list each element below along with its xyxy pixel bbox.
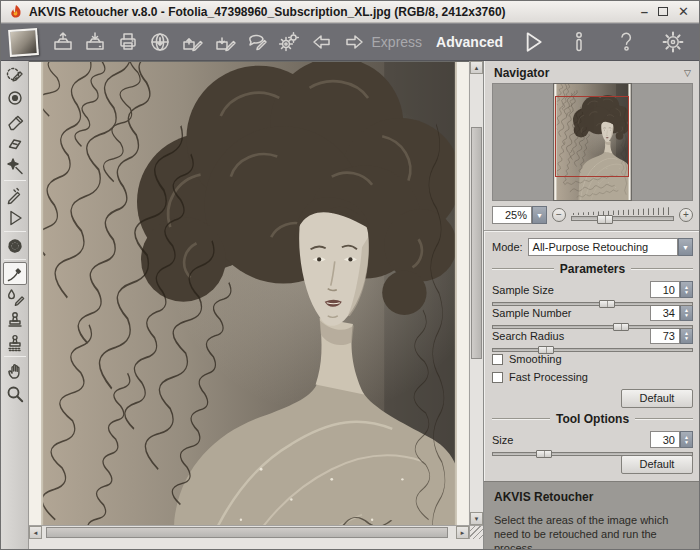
tool-size-value[interactable]: 30: [650, 431, 680, 448]
navigator-thumbnail[interactable]: [554, 84, 631, 200]
sample-size-spinner[interactable]: ▲▼: [680, 281, 693, 298]
vertical-scrollbar[interactable]: ▲ ▼: [469, 61, 483, 525]
app-window: AKVIS Retoucher v.8.0 - Fotolia_47398960…: [0, 0, 700, 550]
selection-bucket-tool[interactable]: [3, 86, 27, 109]
sample-size-value[interactable]: 10: [650, 281, 680, 298]
tool-size-slider-handle[interactable]: [536, 450, 552, 458]
batch-processing-button[interactable]: [275, 27, 304, 57]
window-title: AKVIS Retoucher v.8.0 - Fotolia_47398960…: [29, 5, 506, 19]
zoom-select[interactable]: 25% ▼: [492, 206, 547, 224]
run-button[interactable]: [517, 27, 547, 57]
tool-separator: [4, 356, 26, 357]
scroll-up-button[interactable]: ▲: [470, 61, 483, 74]
preferences-button[interactable]: [658, 27, 688, 57]
zoom-value[interactable]: 25%: [492, 206, 532, 224]
hand-tool[interactable]: [3, 359, 27, 382]
zoom-dropdown-button[interactable]: ▼: [532, 206, 547, 224]
hints-panel: AKVIS Retoucher Select the areas of the …: [484, 481, 699, 549]
search-radius-slider-handle[interactable]: [538, 346, 554, 354]
tool-separator: [4, 180, 26, 181]
pattern-stamp-tool[interactable]: [3, 331, 27, 354]
clone-stamp-tool[interactable]: [3, 308, 27, 331]
navigator-collapse-icon[interactable]: ▽: [684, 68, 691, 78]
mode-dropdown-button[interactable]: ▼: [678, 238, 693, 256]
scroll-left-button[interactable]: ◄: [29, 526, 42, 539]
tool-options-header: Tool Options: [492, 412, 693, 426]
publish-download-button[interactable]: [210, 27, 239, 57]
tool-size-spinner[interactable]: ▲▼: [680, 431, 693, 448]
tool-options-default-button[interactable]: Default: [621, 455, 693, 474]
sample-number-spinner[interactable]: ▲▼: [680, 304, 693, 321]
save-image-button[interactable]: [81, 27, 110, 57]
canvas-column: ▲ ▼ ◄ ►: [29, 61, 483, 549]
advanced-mode-button[interactable]: Advanced: [436, 34, 503, 50]
zoom-in-button[interactable]: +: [679, 208, 693, 222]
smoothing-checkbox[interactable]: [492, 354, 503, 365]
share-upload-icon: [180, 30, 204, 54]
main-toolbar: Express Advanced: [1, 23, 699, 61]
about-button[interactable]: [564, 27, 594, 57]
redo-button[interactable]: [339, 27, 368, 57]
help-button[interactable]: [611, 27, 641, 57]
resize-grip[interactable]: [469, 525, 483, 539]
navigator-photo: [554, 84, 631, 200]
maximize-button[interactable]: [658, 7, 668, 16]
open-image-button[interactable]: [48, 27, 77, 57]
portrait-photo: [29, 61, 469, 525]
sample-number-spinbox[interactable]: 34 ▲▼: [650, 304, 693, 321]
close-button[interactable]: ✕: [678, 7, 689, 17]
navigator-preview[interactable]: [492, 83, 693, 201]
linear-retouch-tool[interactable]: [3, 183, 27, 206]
settings-panel: Navigator ▽ 25% ▼ − +: [483, 61, 699, 549]
run-tool[interactable]: [3, 206, 27, 229]
sample-number-slider-handle[interactable]: [613, 323, 629, 331]
mode-label: Mode:: [492, 241, 523, 253]
sample-size-slider-handle[interactable]: [599, 300, 615, 308]
patch-tool[interactable]: [3, 132, 27, 155]
vertical-scroll-thumb[interactable]: [471, 127, 482, 359]
horizontal-scrollbar[interactable]: ◄ ►: [29, 525, 469, 539]
undo-button[interactable]: [307, 27, 336, 57]
search-radius-value[interactable]: 73: [650, 327, 680, 344]
mode-select[interactable]: All-Purpose Retouching ▼: [528, 238, 693, 256]
comment-pencil-icon: [245, 30, 269, 54]
tools-sidebar: [1, 61, 29, 549]
eraser-tool[interactable]: [3, 109, 27, 132]
parameters-default-button[interactable]: Default: [621, 389, 693, 408]
search-radius-spinner[interactable]: ▲▼: [680, 327, 693, 344]
sample-size-spinbox[interactable]: 10 ▲▼: [650, 281, 693, 298]
image-thumbnail-icon[interactable]: [8, 28, 39, 57]
mode-value[interactable]: All-Purpose Retouching: [528, 238, 678, 256]
sample-number-value[interactable]: 34: [650, 304, 680, 321]
scroll-down-button[interactable]: ▼: [470, 512, 483, 525]
express-mode-button[interactable]: Express: [372, 34, 423, 50]
chameleon-brush-tool[interactable]: [3, 234, 27, 257]
image-canvas[interactable]: [29, 61, 469, 525]
tool-size-spinbox[interactable]: 30 ▲▼: [650, 431, 693, 448]
selection-brush-tool[interactable]: [3, 63, 27, 86]
hand-icon: [5, 361, 25, 381]
forward-arrow-icon: [341, 30, 367, 54]
healing-brush-tool[interactable]: [3, 262, 27, 285]
scroll-right-button[interactable]: ►: [456, 526, 469, 539]
zoom-slider[interactable]: [571, 207, 674, 223]
post-image-button[interactable]: [242, 27, 271, 57]
magic-wand-tool[interactable]: [3, 155, 27, 178]
search-radius-spinbox[interactable]: 73 ▲▼: [650, 327, 693, 344]
sample-size-label: Sample Size: [492, 284, 554, 296]
history-brush-tool[interactable]: [3, 285, 27, 308]
patch-icon: [5, 134, 25, 154]
zoom-tool[interactable]: [3, 382, 27, 405]
zoom-slider-handle[interactable]: [597, 215, 613, 224]
print-button[interactable]: [113, 27, 142, 57]
minimize-button[interactable]: –: [641, 7, 648, 17]
horizontal-scroll-thumb[interactable]: [46, 527, 448, 538]
zoom-out-button[interactable]: −: [552, 208, 566, 222]
publish-upload-button[interactable]: [178, 27, 207, 57]
title-bar[interactable]: AKVIS Retoucher v.8.0 - Fotolia_47398960…: [1, 1, 699, 23]
printer-icon: [116, 30, 140, 54]
selection-brush-icon: [5, 65, 25, 85]
fast-processing-checkbox[interactable]: [492, 372, 503, 383]
magic-wand-icon: [5, 157, 25, 177]
import-from-web-button[interactable]: [145, 27, 174, 57]
